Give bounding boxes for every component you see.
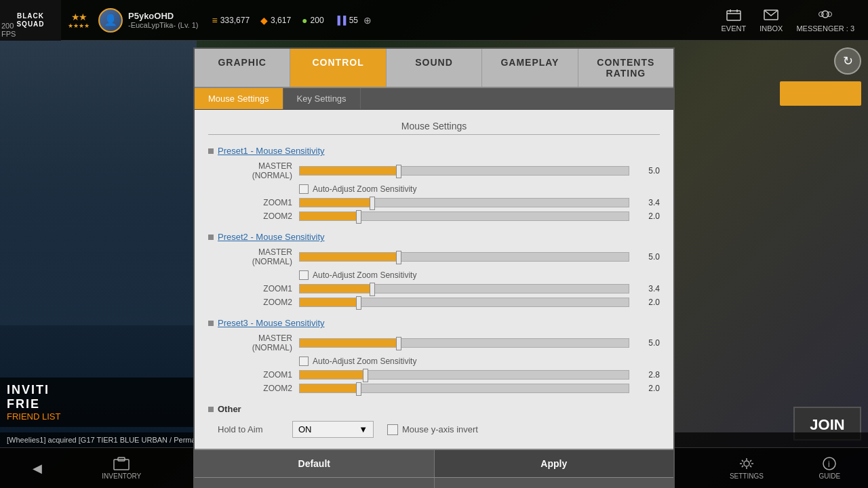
preset2-master-slider[interactable] [299, 252, 629, 262]
preset3-zoom1-label: ZOOM1 [218, 370, 299, 380]
preset2-dot [208, 235, 214, 240]
preset2-auto-row: Auto-Adjust Zoom Sensitivity [208, 270, 660, 280]
tickets-icon: ▐▐ [335, 16, 347, 25]
svg-rect-0 [727, 11, 741, 20]
preset1-master-value: 5.0 [636, 166, 660, 176]
gems-value: 3,617 [271, 16, 291, 25]
event-label: EVENT [722, 24, 747, 33]
messenger-label: MESSENGER : 3 [796, 24, 854, 33]
preset2-auto-label: Auto-Adjust Zoom Sensitivity [313, 270, 416, 280]
preset3-zoom1-slider[interactable] [299, 370, 629, 380]
cancel-button[interactable]: CANCEL [435, 478, 674, 488]
preset3-zoom2-row: ZOOM2 2.0 [208, 384, 660, 393]
preset1-zoom1-row: ZOOM1 3.4 [208, 198, 660, 207]
preset2-zoom2-label: ZOOM2 [218, 298, 299, 307]
nav-settings[interactable]: SETTINGS [724, 453, 769, 483]
preset1-master-row: MASTER (NORMAL) 5.0 [208, 161, 660, 180]
apply-button[interactable]: Apply [435, 450, 674, 477]
nav-inbox[interactable]: INBOX [760, 8, 783, 33]
logo-text: BLACKSQUAD [16, 12, 44, 28]
preset2-zoom1-value: 3.4 [636, 284, 660, 293]
preset1-zoom1-label: ZOOM1 [218, 198, 299, 207]
coins-icon: ≡ [212, 15, 218, 26]
tab-control[interactable]: CONTROL [290, 49, 386, 87]
preset2-zoom1-fill [300, 285, 372, 293]
preset1-zoom2-slider[interactable] [299, 211, 629, 221]
inbox-icon [763, 8, 779, 22]
hold-to-aim-value: ON [298, 424, 312, 434]
currency-coins: ≡ 333,677 [212, 15, 250, 26]
preset1-zoom2-value: 2.0 [636, 211, 660, 221]
preset3-zoom2-slider[interactable] [299, 384, 629, 393]
refresh-button[interactable]: ↻ [834, 47, 861, 75]
preset1-zoom1-value: 3.4 [636, 198, 660, 207]
player-details: P5ykoOHD -EucaLypTika- (Lv. 1) [128, 11, 199, 29]
svg-point-24 [744, 461, 749, 466]
save-button[interactable]: Save and Close [195, 478, 435, 488]
preset1-zoom1-thumb [370, 197, 375, 210]
preset3-zoom2-thumb [356, 382, 361, 396]
currency-bar: ≡ 333,677 ◆ 3,617 ● 200 ▐▐ 55 ⊕ [212, 15, 372, 26]
preset3-auto-row: Auto-Adjust Zoom Sensitivity [208, 357, 660, 366]
preset1-zoom2-thumb [356, 210, 361, 224]
orange-banner [780, 81, 861, 106]
preset1-link[interactable]: Preset1 - Mouse Sensitivity [218, 146, 325, 156]
top-bar: 200 FPS BLACKSQUAD ★★ ★★★★ 👤 P5ykoOHD -E… [0, 0, 868, 41]
invite-text: INVITIFRIE [7, 383, 190, 411]
preset3-master-slider[interactable] [299, 338, 629, 348]
preset1-master-slider[interactable] [299, 166, 629, 176]
tab-contents-rating[interactable]: Contents Rating [578, 49, 673, 87]
preset1-zoom1-slider[interactable] [299, 198, 629, 207]
svg-point-5 [822, 11, 829, 18]
preset2-auto-checkbox[interactable] [299, 270, 309, 280]
preset2-zoom2-slider[interactable] [299, 298, 629, 307]
currency-points: ● 200 [302, 15, 324, 26]
settings-label: SETTINGS [730, 472, 764, 480]
preset3-master-label: MASTER (NORMAL) [218, 333, 299, 352]
preset3-zoom1-row: ZOOM1 2.8 [208, 370, 660, 380]
preset3-zoom2-label: ZOOM2 [218, 384, 299, 393]
tab-gameplay[interactable]: Gameplay [482, 49, 578, 87]
back-icon: ◀ [28, 461, 47, 476]
tab-graphic[interactable]: GRAPHIC [195, 49, 290, 87]
preset2-zoom1-label: ZOOM1 [218, 284, 299, 293]
nav-event[interactable]: EVENT [722, 8, 747, 33]
mouse-invert-checkbox[interactable] [387, 424, 398, 435]
coins-value: 333,677 [220, 16, 250, 25]
default-button[interactable]: Default [195, 450, 435, 477]
preset3-master-thumb [396, 337, 401, 350]
right-panel: ↻ [678, 47, 868, 106]
invite-banner: INVITIFRIE FRIEND LIST [0, 378, 197, 427]
preset3-zoom1-fill [300, 371, 366, 379]
other-header: Other [208, 404, 660, 414]
preset3-link[interactable]: Preset3 - Mouse Sensitivity [218, 318, 325, 328]
top-nav: EVENT INBOX MESSENGER : 3 [722, 8, 869, 33]
mouse-invert-label: Mouse y-axis invert [402, 424, 478, 434]
preset2-master-row: MASTER (NORMAL) 5.0 [208, 247, 660, 266]
preset2-link[interactable]: Preset2 - Mouse Sensitivity [218, 232, 325, 242]
nav-back[interactable]: ◀ [22, 458, 52, 479]
preset2-master-fill [300, 253, 399, 261]
nav-guide[interactable]: i GUIDE [813, 453, 846, 483]
player-name: P5ykoOHD [128, 11, 199, 21]
nav-messenger[interactable]: MESSENGER : 3 [796, 8, 854, 33]
preset1-section: Preset1 - Mouse Sensitivity MASTER (NORM… [208, 146, 660, 221]
svg-point-7 [827, 12, 832, 16]
player-rank-stars: ★★★★ [68, 22, 90, 29]
preset1-auto-label: Auto-Adjust Zoom Sensitivity [313, 184, 416, 194]
preset1-master-thumb [396, 165, 401, 178]
other-label: Other [218, 404, 241, 414]
preset3-auto-checkbox[interactable] [299, 357, 309, 366]
friend-list-text: FRIEND LIST [7, 411, 190, 422]
plus-icon[interactable]: ⊕ [363, 15, 372, 26]
sub-tab-key[interactable]: Key Settings [283, 88, 361, 109]
tab-sound[interactable]: SOUND [387, 49, 482, 87]
inventory-label: INVENTORY [102, 472, 141, 480]
hold-to-aim-dropdown[interactable]: ON ▼ [292, 421, 374, 438]
preset1-master-fill [300, 167, 399, 175]
preset1-auto-checkbox[interactable] [299, 184, 309, 194]
sub-tab-mouse[interactable]: Mouse Settings [195, 88, 283, 109]
preset2-zoom1-slider[interactable] [299, 284, 629, 293]
preset2-zoom2-fill [300, 298, 359, 306]
nav-inventory[interactable]: INVENTORY [96, 453, 146, 483]
